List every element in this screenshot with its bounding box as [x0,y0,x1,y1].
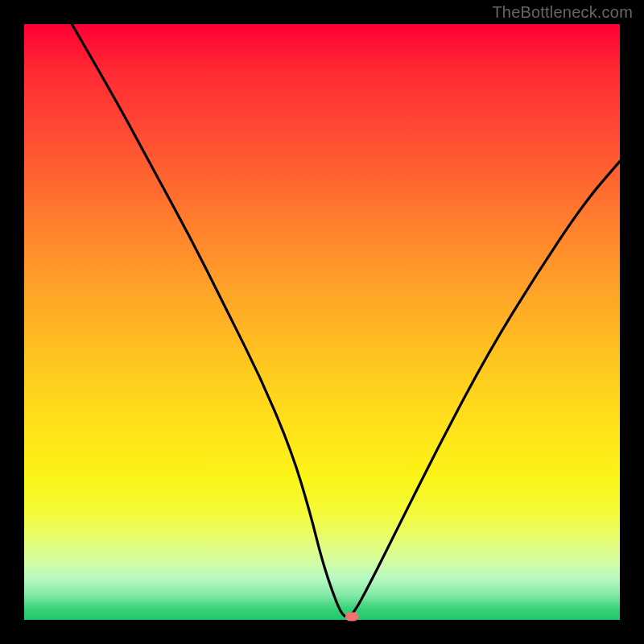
plot-area [24,24,620,620]
attribution-text: TheBottleneck.com [492,3,633,22]
optimal-point-marker [345,613,358,621]
curve-svg [24,24,620,620]
chart-canvas: TheBottleneck.com [0,0,644,644]
bottleneck-curve [72,24,620,617]
